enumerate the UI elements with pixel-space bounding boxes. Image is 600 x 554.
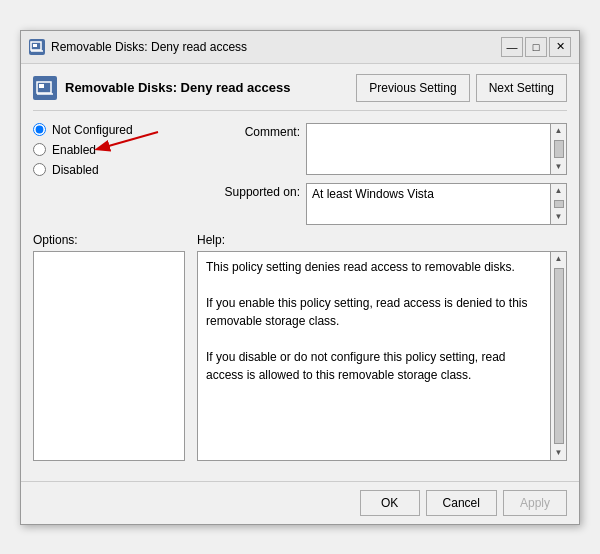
main-section: Not Configured Enabled Disabled: [33, 123, 567, 233]
options-label: Options:: [33, 233, 185, 247]
content-area: Removable Disks: Deny read access Previo…: [21, 64, 579, 471]
help-scroll-thumb[interactable]: [554, 268, 564, 444]
options-box: [33, 251, 185, 461]
right-panel: Comment: ▲ ▼ Supported on: At least: [215, 123, 567, 233]
supported-scrollbar[interactable]: ▲ ▼: [551, 183, 567, 225]
comment-row: Comment: ▲ ▼: [215, 123, 567, 175]
help-section: This policy setting denies read access t…: [33, 251, 567, 461]
title-bar: Removable Disks: Deny read access — □ ✕: [21, 31, 579, 64]
help-scroll-down[interactable]: ▼: [555, 446, 563, 460]
window-title: Removable Disks: Deny read access: [51, 40, 247, 54]
supported-scroll-down[interactable]: ▼: [555, 210, 563, 224]
help-scroll-up[interactable]: ▲: [555, 252, 563, 266]
svg-rect-1: [33, 44, 37, 47]
next-setting-button[interactable]: Next Setting: [476, 74, 567, 102]
header-icon: [33, 76, 57, 100]
apply-button[interactable]: Apply: [503, 490, 567, 516]
radio-enabled-label: Enabled: [52, 143, 96, 157]
supported-scroll-wrapper: At least Windows Vista ▲ ▼: [306, 183, 567, 225]
comment-label: Comment:: [215, 123, 300, 139]
supported-label: Supported on:: [215, 183, 300, 199]
section-labels: Options: Help:: [33, 233, 567, 247]
scroll-down-arrow[interactable]: ▼: [555, 160, 563, 174]
header-row: Removable Disks: Deny read access Previo…: [33, 74, 567, 111]
footer-bar: OK Cancel Apply: [21, 481, 579, 524]
radio-disabled[interactable]: Disabled: [33, 163, 203, 177]
title-bar-left: Removable Disks: Deny read access: [29, 39, 247, 55]
radio-disabled-label: Disabled: [52, 163, 99, 177]
comment-input[interactable]: [306, 123, 551, 175]
help-scroll-wrapper: This policy setting denies read access t…: [197, 251, 567, 461]
radio-container: Not Configured Enabled Disabled: [33, 123, 203, 177]
prev-setting-button[interactable]: Previous Setting: [356, 74, 469, 102]
supported-row: Supported on: At least Windows Vista ▲ ▼: [215, 183, 567, 225]
maximize-button[interactable]: □: [525, 37, 547, 57]
help-scrollbar[interactable]: ▲ ▼: [551, 251, 567, 461]
title-bar-controls: — □ ✕: [501, 37, 571, 57]
help-label: Help:: [197, 233, 567, 247]
main-window: Removable Disks: Deny read access — □ ✕ …: [20, 30, 580, 525]
radio-not-configured-label: Not Configured: [52, 123, 133, 137]
radio-enabled-input[interactable]: [33, 143, 46, 156]
header-title: Removable Disks: Deny read access: [65, 80, 348, 95]
supported-scroll-up[interactable]: ▲: [555, 184, 563, 198]
supported-value: At least Windows Vista: [306, 183, 551, 225]
svg-rect-4: [39, 84, 44, 88]
help-text: This policy setting denies read access t…: [206, 260, 531, 382]
top-buttons: Previous Setting Next Setting: [356, 74, 567, 102]
left-panel: Not Configured Enabled Disabled: [33, 123, 203, 233]
scroll-up-arrow[interactable]: ▲: [555, 124, 563, 138]
radio-not-configured-input[interactable]: [33, 123, 46, 136]
comment-scroll-wrapper: ▲ ▼: [306, 123, 567, 175]
scroll-thumb[interactable]: [554, 140, 564, 158]
close-button[interactable]: ✕: [549, 37, 571, 57]
comment-scrollbar[interactable]: ▲ ▼: [551, 123, 567, 175]
radio-disabled-input[interactable]: [33, 163, 46, 176]
cancel-button[interactable]: Cancel: [426, 490, 497, 516]
radio-group: Not Configured Enabled Disabled: [33, 123, 203, 177]
minimize-button[interactable]: —: [501, 37, 523, 57]
radio-enabled[interactable]: Enabled: [33, 143, 203, 157]
window-icon: [29, 39, 45, 55]
help-box: This policy setting denies read access t…: [197, 251, 551, 461]
ok-button[interactable]: OK: [360, 490, 420, 516]
radio-not-configured[interactable]: Not Configured: [33, 123, 203, 137]
supported-scroll-thumb[interactable]: [554, 200, 564, 208]
